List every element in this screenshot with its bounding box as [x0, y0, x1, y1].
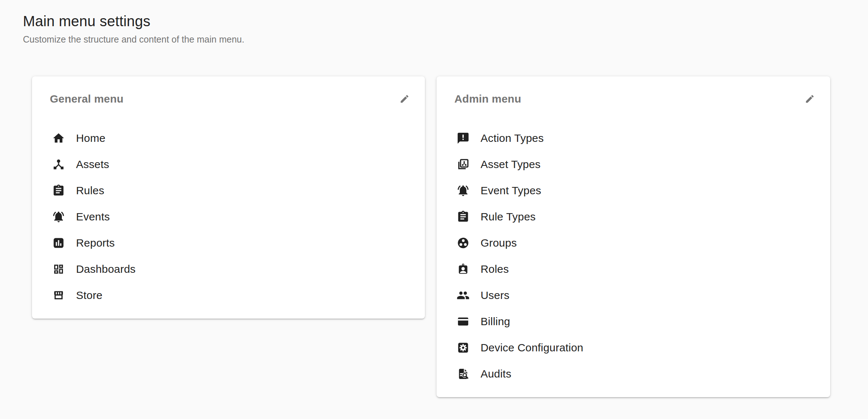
- menu-item-events: Events: [50, 204, 410, 230]
- document-search-icon: [457, 367, 470, 380]
- pencil-icon: [805, 94, 815, 104]
- credit-card-icon: [457, 315, 470, 328]
- clipboard-icon: [52, 184, 65, 197]
- people-icon: [457, 289, 470, 302]
- main-menu-settings-page: Main menu settings Customize the structu…: [0, 12, 868, 419]
- card-header: General menu: [50, 92, 410, 105]
- group-work-icon: [457, 236, 470, 250]
- menu-item-home: Home: [50, 125, 410, 151]
- menu-item-billing: Billing: [454, 308, 815, 335]
- menu-item-store: Store: [50, 282, 410, 308]
- menu-item-asset-types: Asset Types: [454, 151, 815, 177]
- bell-icon: [52, 210, 65, 223]
- edit-general-menu-button[interactable]: [399, 94, 410, 104]
- menu-cards: General menu Home Assets Rules Events Re…: [32, 76, 868, 397]
- page-title: Main menu settings: [23, 12, 868, 30]
- menu-item-users: Users: [454, 282, 815, 308]
- card-header: Admin menu: [454, 92, 815, 105]
- admin-menu-card: Admin menu Action Types Asset Types Even…: [437, 76, 830, 397]
- menu-item-groups: Groups: [454, 230, 815, 256]
- menu-item-dashboards: Dashboards: [50, 256, 410, 282]
- framed-hub-icon: [457, 158, 470, 171]
- announcement-icon: [457, 132, 470, 145]
- card-title: Admin menu: [454, 93, 521, 105]
- menu-item-roles: Roles: [454, 256, 815, 282]
- general-menu-card: General menu Home Assets Rules Events Re…: [32, 76, 425, 319]
- clipboard-icon: [457, 210, 470, 223]
- device-hub-icon: [52, 158, 65, 171]
- menu-item-action-types: Action Types: [454, 125, 815, 151]
- menu-item-rule-types: Rule Types: [454, 204, 815, 230]
- storefront-icon: [52, 289, 65, 302]
- menu-list: Home Assets Rules Events Reports Dashboa…: [50, 125, 410, 308]
- card-title: General menu: [50, 93, 123, 105]
- menu-item-assets: Assets: [50, 151, 410, 177]
- page-subtitle: Customize the structure and content of t…: [23, 33, 868, 45]
- menu-item-rules: Rules: [50, 177, 410, 204]
- settings-gear-icon: [457, 341, 470, 354]
- menu-item-reports: Reports: [50, 230, 410, 256]
- home-icon: [52, 132, 65, 145]
- menu-item-audits: Audits: [454, 361, 815, 387]
- bell-icon: [457, 184, 470, 197]
- menu-item-device-configuration: Device Configuration: [454, 335, 815, 361]
- menu-item-event-types: Event Types: [454, 177, 815, 204]
- pencil-icon: [399, 94, 410, 104]
- menu-list: Action Types Asset Types Event Types Rul…: [454, 125, 815, 387]
- bar-chart-icon: [52, 236, 65, 250]
- id-badge-icon: [457, 263, 470, 276]
- edit-admin-menu-button[interactable]: [805, 94, 815, 104]
- dashboard-icon: [52, 263, 65, 276]
